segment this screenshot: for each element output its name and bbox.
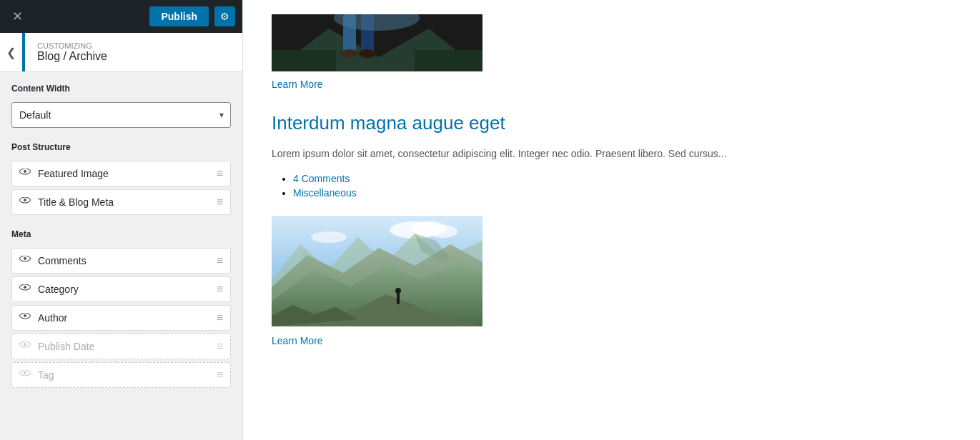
meta-item-author[interactable]: Author ≡ — [11, 305, 231, 331]
svg-point-12 — [359, 49, 376, 58]
drag-handle-icon-comments: ≡ — [217, 254, 223, 267]
learn-more-link-1[interactable]: Learn More — [272, 79, 951, 90]
gear-button[interactable]: ⚙ — [214, 6, 235, 26]
meta-item-category[interactable]: Category ≡ — [11, 276, 231, 302]
post-structure-section: Post Structure Featured Image ≡ — [11, 142, 231, 215]
post-structure-label: Post Structure — [11, 142, 231, 152]
svg-point-0 — [24, 170, 26, 173]
eye-open-icon-category — [19, 284, 31, 295]
meta-item-comments[interactable]: Comments ≡ — [11, 248, 231, 274]
category-label: Category — [38, 284, 217, 295]
close-icon: ✕ — [12, 9, 23, 24]
breadcrumb-title: Blog / Archive — [37, 50, 107, 63]
meta-list: 4 Comments Miscellaneous — [272, 173, 951, 199]
featured-image-label: Featured Image — [38, 168, 217, 179]
svg-rect-25 — [397, 293, 400, 304]
svg-rect-14 — [272, 50, 336, 71]
comments-link[interactable]: 4 Comments — [293, 173, 350, 184]
publish-date-label: Publish Date — [38, 341, 217, 352]
back-button[interactable]: ❮ — [0, 33, 25, 71]
meta-section: Meta Comments ≡ Categ — [11, 229, 231, 388]
breadcrumb-area: ❮ Customizing Blog / Archive — [0, 33, 242, 72]
comments-label: Comments — [38, 255, 217, 266]
svg-rect-15 — [415, 50, 482, 71]
content-width-select-wrapper: Default ▾ — [11, 102, 231, 128]
gear-icon: ⚙ — [220, 11, 229, 22]
preview-image-2 — [272, 216, 482, 326]
back-arrow-icon: ❮ — [6, 46, 16, 59]
meta-item-tag[interactable]: Tag ≡ — [11, 362, 231, 388]
top-bar: ✕ Publish ⚙ — [0, 0, 242, 33]
eye-open-icon-2 — [19, 196, 31, 208]
breadcrumb-label: Customizing — [37, 41, 107, 50]
drag-handle-icon-tag: ≡ — [217, 369, 223, 381]
preview-image-1 — [272, 14, 482, 71]
post-structure-item-title-blog-meta[interactable]: Title & Blog Meta ≡ — [11, 189, 231, 215]
post-title: Interdum magna augue eget — [272, 111, 951, 136]
tag-label: Tag — [38, 369, 217, 381]
eye-open-icon — [19, 168, 31, 179]
author-label: Author — [38, 312, 217, 324]
eye-open-icon-author — [19, 312, 31, 324]
comments-item: 4 Comments — [293, 173, 951, 184]
learn-more-link-2[interactable]: Learn More — [272, 335, 951, 346]
post-excerpt: Lorem ipsum dolor sit amet, consectetur … — [272, 146, 951, 161]
svg-point-1 — [24, 199, 26, 201]
content-width-section: Content Width Default ▾ — [11, 84, 231, 128]
drag-handle-icon-author: ≡ — [217, 311, 223, 324]
svg-point-5 — [24, 343, 26, 346]
meta-item-publish-date[interactable]: Publish Date ≡ — [11, 334, 231, 359]
drag-handle-icon: ≡ — [217, 167, 223, 180]
breadcrumb-content: Customizing Blog / Archive — [37, 41, 107, 63]
svg-point-19 — [429, 225, 457, 238]
publish-button[interactable]: Publish — [149, 6, 209, 26]
drag-handle-icon-category: ≡ — [217, 283, 223, 296]
svg-point-4 — [24, 314, 26, 317]
right-preview-panel: Learn More Interdum magna augue eget Lor… — [243, 0, 980, 440]
eye-closed-icon-publish-date — [19, 341, 31, 352]
svg-point-6 — [24, 371, 26, 374]
close-button[interactable]: ✕ — [7, 6, 27, 26]
eye-open-icon-comments — [19, 255, 31, 266]
svg-point-20 — [311, 231, 347, 243]
post-structure-item-featured-image[interactable]: Featured Image ≡ — [11, 161, 231, 186]
svg-point-2 — [24, 257, 26, 260]
content-width-label: Content Width — [11, 84, 231, 94]
meta-label: Meta — [11, 229, 231, 239]
category-link[interactable]: Miscellaneous — [293, 187, 357, 199]
category-item: Miscellaneous — [293, 187, 951, 199]
svg-point-26 — [395, 288, 401, 294]
title-blog-meta-label: Title & Blog Meta — [38, 196, 217, 208]
panel-content: Content Width Default ▾ Post Structure F… — [0, 72, 242, 440]
content-width-select[interactable]: Default — [11, 102, 231, 128]
top-bar-actions: Publish ⚙ — [149, 6, 235, 26]
left-panel: ✕ Publish ⚙ ❮ Customizing Blog / Archive… — [0, 0, 243, 440]
eye-closed-icon-tag — [19, 369, 31, 381]
drag-handle-icon-2: ≡ — [217, 196, 223, 209]
drag-handle-icon-publish-date: ≡ — [217, 340, 223, 353]
svg-point-11 — [341, 49, 358, 58]
svg-point-3 — [24, 286, 26, 289]
